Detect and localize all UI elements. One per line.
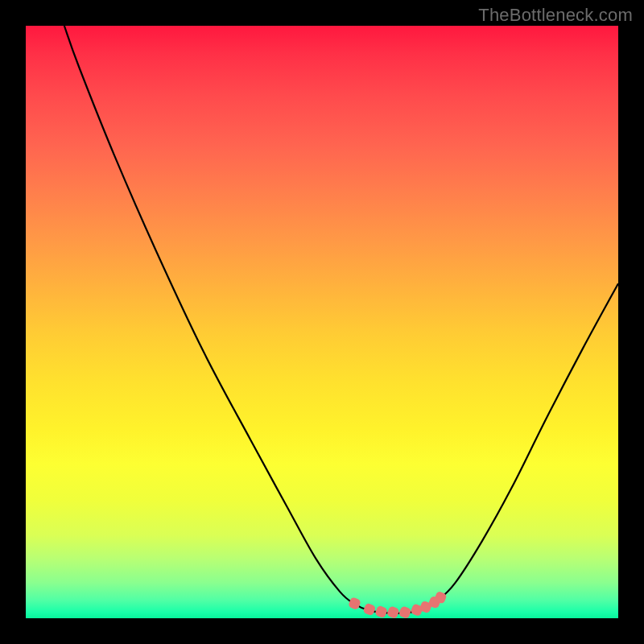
- chart-svg: [26, 26, 618, 618]
- plot-area: [26, 26, 618, 618]
- v-curve-line: [64, 26, 618, 613]
- marker-group: [348, 591, 448, 618]
- data-marker: [386, 605, 400, 618]
- data-marker: [398, 605, 412, 618]
- chart-container: TheBottleneck.com: [0, 0, 644, 644]
- data-marker: [362, 602, 376, 616]
- data-marker: [348, 597, 361, 610]
- data-marker: [374, 605, 388, 618]
- watermark-text: TheBottleneck.com: [478, 5, 633, 26]
